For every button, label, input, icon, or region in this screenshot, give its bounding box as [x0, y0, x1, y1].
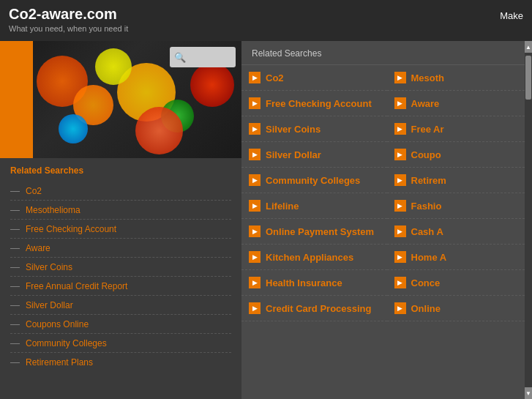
make-label: Make	[500, 10, 523, 21]
header-make: Make	[500, 10, 523, 21]
dropdown-item-text: Online	[411, 303, 441, 314]
sidebar-arrow-icon: —	[10, 185, 20, 196]
dropdown-item-text: Fashio	[411, 201, 442, 212]
sidebar-arrow-icon: —	[10, 338, 20, 348]
dropdown-item-right[interactable]: ▶ Mesoth	[387, 65, 533, 91]
sidebar-link-text: Free Annual Credit Report	[26, 281, 127, 291]
sidebar-arrow-icon: —	[10, 261, 20, 272]
dropdown-item-text: Free Ar	[411, 124, 444, 135]
dropdown-item-right[interactable]: ▶ Fashio	[387, 193, 533, 219]
dropdown-item-left[interactable]: ▶ Silver Coins	[241, 116, 387, 142]
dropdown-item-right[interactable]: ▶ Aware	[387, 91, 533, 116]
dropdown-item-right[interactable]: ▶ Retirem	[387, 168, 533, 193]
dropdown-arrow-icon: ▶	[249, 251, 261, 263]
sidebar-link-item[interactable]: — Co2	[10, 182, 231, 201]
dropdown-item-text: Lifeline	[266, 201, 299, 212]
sidebar-arrow-icon: —	[10, 318, 20, 329]
sidebar-arrow-icon: —	[10, 242, 20, 253]
dropdown-arrow-icon: ▶	[249, 225, 261, 237]
sidebar-arrow-icon: —	[10, 204, 20, 215]
right-panel: Related Searches ▶ Co2▶ Mesoth▶ Free Che…	[241, 41, 532, 399]
dropdown-item-text: Retirem	[411, 175, 446, 186]
dropdown-arrow-icon: ▶	[394, 149, 406, 160]
dropdown-item-left[interactable]: ▶ Co2	[241, 65, 387, 91]
scroll-up-button[interactable]: ▲	[525, 41, 532, 53]
scroll-thumb[interactable]	[525, 56, 531, 100]
dropdown-item-text: Cash A	[411, 226, 443, 237]
sidebar-link-item[interactable]: — Free Annual Credit Report	[10, 277, 231, 296]
sidebar-arrow-icon: —	[10, 357, 20, 368]
dropdown-item-text: Aware	[411, 98, 440, 109]
dropdown-item-right[interactable]: ▶ Cash A	[387, 219, 533, 245]
dropdown-item-left[interactable]: ▶ Community Colleges	[241, 168, 387, 193]
dropdown-arrow-icon: ▶	[394, 72, 406, 83]
dropdown-item-text: Kitchen Appliances	[266, 252, 353, 263]
dropdown-item-left[interactable]: ▶ Kitchen Appliances	[241, 245, 387, 270]
dropdown-arrow-icon: ▶	[249, 174, 261, 186]
dropdown-item-right[interactable]: ▶ Conce	[387, 270, 533, 296]
dropdown-item-text: Credit Card Processing	[266, 303, 372, 314]
dropdown-item-text: Mesoth	[411, 72, 445, 83]
dropdown-arrow-icon: ▶	[394, 200, 406, 212]
dropdown-item-text: Online Payment System	[266, 226, 374, 237]
sidebar-link-text: Coupons Online	[26, 319, 89, 329]
dropdown-arrow-icon: ▶	[249, 97, 261, 109]
search-input[interactable]	[189, 52, 231, 62]
dropdown-item-text: Coupo	[411, 149, 441, 160]
header-branding: Co2-aware.com What you need, when you ne…	[9, 6, 128, 33]
dropdown-item-right[interactable]: ▶ Home A	[387, 245, 533, 270]
dropdown-item-text: Silver Coins	[266, 124, 321, 135]
sidebar-link-text: Aware	[26, 243, 50, 253]
site-title: Co2-aware.com	[9, 6, 128, 23]
sidebar-link-text: Co2	[26, 186, 42, 196]
dropdown-panel: Related Searches ▶ Co2▶ Mesoth▶ Free Che…	[241, 41, 532, 399]
scrollbar[interactable]: ▲ ▼	[525, 41, 532, 399]
dropdown-item-left[interactable]: ▶ Online Payment System	[241, 219, 387, 245]
dropdown-item-text: Free Checking Account	[266, 98, 372, 109]
sidebar-arrow-icon: —	[10, 223, 20, 234]
sidebar-arrow-icon: —	[10, 280, 20, 291]
sidebar-link-text: Free Checking Account	[26, 224, 116, 234]
dropdown-arrow-icon: ▶	[394, 225, 406, 237]
dropdown-arrow-icon: ▶	[249, 277, 261, 288]
search-icon: 🔍	[174, 52, 186, 63]
search-box[interactable]: 🔍	[170, 47, 236, 67]
dropdown-item-text: Conce	[411, 277, 441, 288]
dropdown-item-right[interactable]: ▶ Free Ar	[387, 116, 533, 142]
dropdown-arrow-icon: ▶	[249, 200, 261, 212]
sidebar-link-item[interactable]: — Free Checking Account	[10, 220, 231, 239]
bokeh-5	[190, 63, 234, 107]
sidebar-link-text: Silver Dollar	[26, 300, 73, 310]
sidebar-link-item[interactable]: — Retirement Plans	[10, 353, 231, 371]
sidebar-link-item[interactable]: — Mesothelioma	[10, 201, 231, 220]
dropdown-arrow-icon: ▶	[249, 302, 261, 314]
sidebar-link-item[interactable]: — Silver Coins	[10, 258, 231, 277]
dropdown-item-text: Co2	[266, 72, 284, 83]
left-sidebar: 🔍 Related Searches — Co2— Mesothelioma— …	[0, 41, 241, 399]
scroll-down-button[interactable]: ▼	[525, 387, 532, 399]
dropdown-section-title: Related Searches	[241, 41, 532, 65]
hero-image: 🔍	[0, 41, 241, 158]
sidebar-link-item[interactable]: — Community Colleges	[10, 334, 231, 353]
dropdown-arrow-icon: ▶	[394, 277, 406, 288]
bokeh-7	[59, 114, 88, 143]
dropdown-item-left[interactable]: ▶ Silver Dollar	[241, 142, 387, 168]
dropdown-item-right[interactable]: ▶ Online	[387, 296, 533, 321]
bokeh-8	[135, 107, 183, 154]
dropdown-item-left[interactable]: ▶ Free Checking Account	[241, 91, 387, 116]
dropdown-item-left[interactable]: ▶ Health Insurance	[241, 270, 387, 296]
sidebar-link-text: Community Colleges	[26, 338, 107, 348]
content-wrapper: 🔍 Related Searches — Co2— Mesothelioma— …	[0, 41, 532, 399]
sidebar-link-item[interactable]: — Silver Dollar	[10, 296, 231, 315]
dropdown-item-right[interactable]: ▶ Coupo	[387, 142, 533, 168]
dropdown-arrow-icon: ▶	[249, 123, 261, 135]
dropdown-arrow-icon: ▶	[394, 174, 406, 186]
sidebar-link-item[interactable]: — Coupons Online	[10, 315, 231, 334]
dropdown-item-left[interactable]: ▶ Lifeline	[241, 193, 387, 219]
sidebar-link-item[interactable]: — Aware	[10, 239, 231, 258]
dropdown-item-text: Health Insurance	[266, 277, 342, 288]
sidebar-section-title: Related Searches	[10, 165, 231, 176]
dropdown-arrow-icon: ▶	[249, 149, 261, 160]
site-subtitle: What you need, when you need it	[9, 24, 128, 33]
dropdown-item-left[interactable]: ▶ Credit Card Processing	[241, 296, 387, 321]
